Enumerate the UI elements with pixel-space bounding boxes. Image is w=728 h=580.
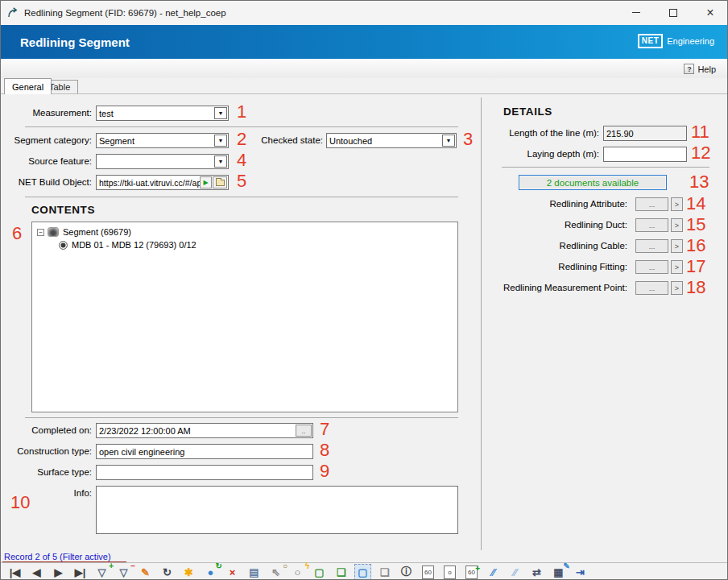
segment-category-combo[interactable]: Segment ▼ xyxy=(96,133,229,148)
geometry-copy-icon[interactable]: ❏ xyxy=(333,564,350,580)
checked-state-label: Checked state: xyxy=(233,135,323,145)
tab-divider xyxy=(1,93,727,94)
completed-on-label: Completed on: xyxy=(1,425,92,435)
surface-type-field[interactable] xyxy=(96,465,313,480)
refresh-icon[interactable]: ↻ xyxy=(159,564,176,580)
record-last-icon[interactable]: ▶| xyxy=(72,564,89,580)
help-link[interactable]: ? Help xyxy=(684,64,716,74)
documents-available-button[interactable]: 2 documents available xyxy=(519,175,667,190)
panel-divider xyxy=(481,97,482,550)
tab-general[interactable]: General xyxy=(4,78,52,94)
laying-depth-label: Laying depth (m): xyxy=(484,149,599,159)
chevron-down-icon[interactable]: ▼ xyxy=(214,107,227,119)
record-next-icon[interactable]: ▶ xyxy=(50,564,67,580)
edit-pencil-icon[interactable]: ✎ xyxy=(137,564,154,580)
exit-icon[interactable]: ⇥ xyxy=(572,564,589,580)
net-engineering-logo: NET Engineering xyxy=(638,34,714,48)
annotation-12: 12 xyxy=(691,144,710,162)
redlining-cable-open-button[interactable]: > xyxy=(671,239,683,253)
select-inspect-icon[interactable]: ⇖○ xyxy=(267,564,284,580)
document-add-icon[interactable]: 60+ xyxy=(465,566,478,579)
table-edit-icon[interactable]: ▦✎ xyxy=(550,564,567,580)
redlining-cable-ellipsis-button[interactable]: ... xyxy=(635,239,668,253)
open-link-icon[interactable]: ▶ xyxy=(200,176,212,188)
measure-dashed-icon[interactable]: ∕∕ xyxy=(507,564,523,580)
chevron-down-icon[interactable]: ▼ xyxy=(214,155,227,168)
redlining-duct-ellipsis-button[interactable]: ... xyxy=(635,218,668,232)
separator xyxy=(25,126,458,127)
annotation-4: 4 xyxy=(237,151,246,169)
redlining-duct-open-button[interactable]: > xyxy=(671,218,683,232)
minimize-button[interactable] xyxy=(618,1,655,24)
separator xyxy=(502,167,709,168)
geometry-gray-icon[interactable]: ❏ xyxy=(376,564,393,580)
swap-arrows-icon[interactable]: ⇄ xyxy=(528,564,545,580)
close-button[interactable]: × xyxy=(692,1,728,24)
source-feature-combo[interactable]: ▼ xyxy=(96,154,229,169)
chevron-down-icon[interactable]: ▼ xyxy=(214,135,227,147)
construction-type-field[interactable]: open civil engineering xyxy=(96,444,313,459)
print-icon[interactable]: ▤ xyxy=(246,564,263,580)
separator xyxy=(25,197,458,197)
redlining-measurement-point-ellipsis-button[interactable]: ... xyxy=(635,281,668,295)
window-title: Redlining Segment (FID: 69679) - net_hel… xyxy=(24,8,226,18)
annotation-13: 13 xyxy=(689,173,709,191)
redlining-duct-label: Redlining Duct: xyxy=(449,220,627,230)
measurement-combo[interactable]: test ▼ xyxy=(96,106,229,121)
net-logo-icon: NET xyxy=(638,34,664,48)
measurement-label: Measurement: xyxy=(1,108,92,118)
annotation-5: 5 xyxy=(237,172,246,190)
geometry-single-icon[interactable]: ▢ xyxy=(311,564,328,580)
completed-on-field[interactable]: 2/23/2022 12:00:00 AM .. xyxy=(96,423,313,438)
net-build-object-field[interactable]: https://tki-uat.vitruvi.cc/#/ap ▶ xyxy=(96,175,229,190)
chevron-down-icon[interactable]: ▼ xyxy=(442,135,455,147)
annotation-1: 1 xyxy=(237,103,246,121)
document-log-icon[interactable]: 60 xyxy=(422,566,434,579)
info-field[interactable] xyxy=(96,486,458,534)
annotation-14: 14 xyxy=(686,195,705,213)
laying-depth-field[interactable] xyxy=(603,147,687,162)
source-feature-label: Source feature: xyxy=(1,156,92,166)
contents-tree[interactable]: − Segment (69679) MDB 01 - MDB 12 (79693… xyxy=(31,222,458,412)
measure-lines-icon[interactable]: ∕∕ xyxy=(485,564,502,580)
length-field[interactable]: 215.90 xyxy=(603,126,687,141)
annotation-3: 3 xyxy=(463,130,473,148)
redlining-fitting-ellipsis-button[interactable]: ... xyxy=(635,260,668,274)
web-sync-icon[interactable]: ●↻ xyxy=(202,564,219,580)
toolbar: |◀◀▶▶|▽+▽−✎↻✱●↻×▤⇖○○ϟ▢❏▢❏ⓘ60o60+∕∕∕∕⇄▦✎⇥ xyxy=(1,562,727,580)
annotation-10: 10 xyxy=(10,494,30,512)
checked-state-combo[interactable]: Untouched ▼ xyxy=(326,133,457,148)
construction-type-label: Construction type: xyxy=(1,446,92,456)
duct-node-icon xyxy=(59,241,68,250)
browse-button[interactable] xyxy=(213,176,227,188)
segment-node-icon xyxy=(48,227,59,237)
filter-add-icon[interactable]: ▽+ xyxy=(93,564,110,580)
record-first-icon[interactable]: |◀ xyxy=(6,564,23,580)
document-preview-icon[interactable]: o xyxy=(444,566,456,579)
length-label: Length of the line (m): xyxy=(484,128,599,138)
date-picker-button[interactable]: .. xyxy=(296,425,312,437)
annotation-8: 8 xyxy=(320,441,329,459)
details-heading: DETAILS xyxy=(503,106,552,118)
info-icon[interactable]: ⓘ xyxy=(398,564,415,580)
delete-icon[interactable]: × xyxy=(224,564,241,580)
redlining-attribute-ellipsis-button[interactable]: ... xyxy=(635,197,668,211)
folder-icon xyxy=(216,180,225,186)
separator xyxy=(25,417,458,418)
collapse-icon[interactable]: − xyxy=(37,229,44,236)
new-feature-icon[interactable]: ✱ xyxy=(180,564,197,580)
tree-node-mdb[interactable]: MDB 01 - MDB 12 (79693) 0/12 xyxy=(59,240,196,250)
redlining-measurement-point-open-button[interactable]: > xyxy=(671,281,683,295)
zoom-to-feature-icon[interactable]: ○ϟ xyxy=(289,564,306,580)
maximize-button[interactable] xyxy=(655,1,692,24)
record-status: Record 2 of 5 (Filter active) xyxy=(4,552,111,561)
annotation-6: 6 xyxy=(12,225,22,242)
tree-node-segment[interactable]: − Segment (69679) xyxy=(37,227,131,237)
annotation-7: 7 xyxy=(320,420,329,438)
geometry-selected-icon[interactable]: ▢ xyxy=(354,564,371,580)
filter-remove-icon[interactable]: ▽− xyxy=(115,564,132,580)
record-previous-icon[interactable]: ◀ xyxy=(28,564,45,580)
annotation-16: 16 xyxy=(686,237,705,255)
redlining-attribute-open-button[interactable]: > xyxy=(671,197,683,211)
redlining-fitting-open-button[interactable]: > xyxy=(671,260,683,274)
